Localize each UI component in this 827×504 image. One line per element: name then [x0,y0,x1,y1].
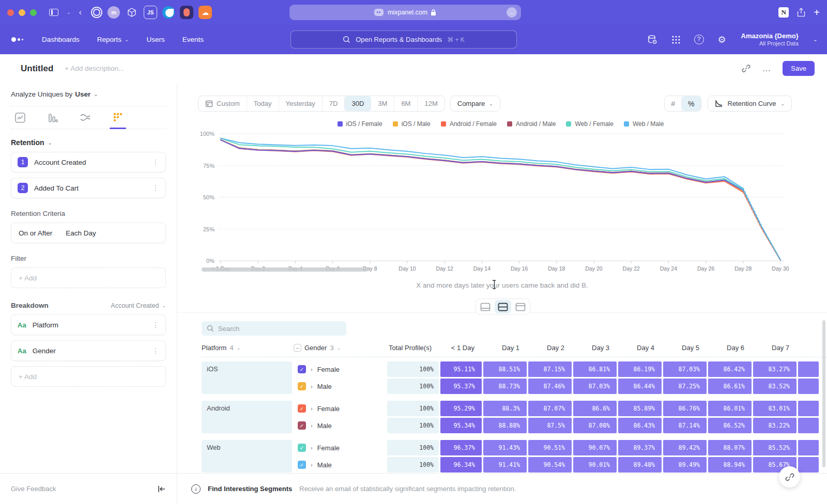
minimize-window-button[interactable] [19,9,25,16]
retention-line-chart[interactable]: 100%75%50%25%0%< 1 DayDay 2Day 4Day 6Day… [177,128,827,278]
retention-cell[interactable]: 88.94% [708,457,752,472]
retention-cell[interactable]: 95.37% [440,379,482,394]
platform-cell[interactable]: iOS [202,361,292,394]
legend-item[interactable]: Web / Female [566,120,613,128]
nav-item-dashboards[interactable]: Dashboards [42,36,80,43]
legend-item[interactable]: iOS / Male [393,120,431,128]
window-controls[interactable] [7,9,37,16]
copy-link-icon[interactable] [742,64,751,73]
column-header-day[interactable]: Day 2 [528,344,572,352]
nav-item-users[interactable]: Users [146,36,164,43]
extension-target-icon[interactable] [91,7,102,18]
platform-cell[interactable]: Web [202,440,292,472]
legend-item[interactable]: Android / Male [507,120,556,128]
column-header-day[interactable]: Day 3 [573,344,617,352]
help-icon[interactable]: ? [694,35,704,44]
browser-sidebar-icon[interactable] [49,9,58,16]
data-management-icon[interactable] [647,34,658,45]
retention-cell[interactable]: 86.76% [663,401,707,416]
breakdown-event-selector[interactable]: Account Created⌄ [111,302,166,309]
retention-cell[interactable]: 87.14% [663,418,707,433]
retention-section-header[interactable]: Retention⌄ [11,138,166,147]
gender-cell-female[interactable]: ✓›Female [294,401,386,416]
series-checkbox[interactable]: ✓ [298,365,306,373]
breakdown-item-gender[interactable]: Aa Gender ⋮ [11,340,166,361]
retention-cell[interactable]: 88.88% [483,418,527,433]
retention-cell[interactable]: 89.37% [618,440,662,455]
zoom-window-button[interactable] [30,9,37,16]
retention-cell[interactable]: 91.41% [483,457,527,472]
gender-cell-female[interactable]: ✓›Female [294,361,386,377]
compare-button[interactable]: Compare⌄ [450,96,500,112]
back-icon[interactable]: ‹ [79,7,82,18]
retention-cell[interactable]: 89.48% [618,457,662,472]
retention-cell[interactable]: 86.81% [573,361,617,377]
retention-cell[interactable]: 86.43% [618,418,662,433]
chevron-down-icon[interactable]: ⌄ [67,10,71,15]
page-actions-icon[interactable]: … [507,7,517,18]
expand-chevron-icon[interactable]: › [311,462,313,468]
column-header-gender[interactable]: − Gender3⌄ [294,344,386,352]
gender-cell-male[interactable]: ✓›Male [294,457,386,472]
gender-cell-male[interactable]: ✓›Male [294,379,386,394]
gender-cell-female[interactable]: ✓›Female [294,440,386,455]
nav-item-events[interactable]: Events [182,36,204,43]
retention-cell[interactable]: 87.07% [528,401,572,416]
column-header-day[interactable]: < 1 Day [440,344,482,352]
series-line-web-male[interactable] [221,138,743,188]
report-title[interactable]: Untitled [21,64,53,74]
range-custom[interactable]: Custom [198,96,247,111]
retention-cell[interactable]: 88.07% [708,440,752,455]
global-search-input[interactable]: Open Reports & Dashboards ⌘ + K [290,30,517,49]
series-checkbox[interactable]: ✓ [298,444,306,452]
apps-grid-icon[interactable] [670,34,682,45]
tab-funnels[interactable] [43,107,62,129]
retention-cell[interactable]: 83.52% [753,379,797,394]
retention-cell[interactable]: 86.01% [708,401,752,416]
retention-cell[interactable]: 87.08% [573,418,617,433]
column-header-day[interactable]: Day 1 [483,344,527,352]
address-bar[interactable]: •• mixpanel.com … [289,5,521,20]
extension-js-icon[interactable]: JS [144,6,157,19]
expand-chevron-icon[interactable]: › [311,445,313,451]
kebab-menu-icon[interactable]: ⋮ [152,158,159,166]
tab-flows[interactable] [76,107,95,129]
column-header-day[interactable]: Day 6 [708,344,752,352]
add-breakdown-button[interactable]: + Add [11,366,166,387]
account-switcher[interactable]: Amazonia {Demo} All Project Data [741,32,799,48]
criteria-on-or-after[interactable]: On or After [19,229,52,237]
column-header-day[interactable]: Day 4 [618,344,662,352]
retention-cell[interactable]: 83.27% [753,361,797,377]
series-checkbox[interactable]: ✓ [298,382,306,390]
retention-cell[interactable]: 87.25% [663,379,707,394]
add-filter-button[interactable]: + Add [11,267,166,288]
retention-cell[interactable]: 96.37% [440,440,482,455]
extension-globe-icon[interactable] [162,6,175,19]
column-header-total[interactable]: Total Profile(s) [387,344,439,352]
gender-cell-male[interactable]: ✓›Male [294,418,386,433]
kebab-menu-icon[interactable]: ⋮ [152,346,159,355]
expand-chevron-icon[interactable]: › [311,366,313,372]
vertical-scrollbar[interactable] [822,320,825,467]
retention-cell[interactable]: 87.03% [573,379,617,394]
legend-item[interactable]: iOS / Female [338,120,382,128]
analyze-value[interactable]: User [75,90,90,98]
kebab-menu-icon[interactable]: ⋮ [152,184,159,192]
settings-gear-icon[interactable]: ⚙ [716,34,728,45]
retention-cell[interactable]: 96.34% [440,457,482,472]
segments-cta-title[interactable]: Find Interesting Segments [208,485,292,493]
percent-toggle[interactable]: % [682,96,700,111]
extension-red-icon[interactable] [180,6,193,19]
retention-cell[interactable]: 95.29% [440,401,482,416]
retention-cell[interactable]: 86.44% [618,379,662,394]
share-icon[interactable] [797,8,805,17]
range-3m[interactable]: 3M [371,96,394,111]
retention-cell[interactable]: 88.3% [483,401,527,416]
retention-cell[interactable]: 90.54% [528,457,572,472]
horizontal-scrollbar[interactable] [202,267,368,272]
table-search-input[interactable]: Search [202,321,346,336]
retention-cell[interactable]: 90.07% [573,440,617,455]
event-step-added-to-cart[interactable]: 2 Added To Cart ⋮ [11,178,166,198]
retention-cell[interactable]: 91.43% [483,440,527,455]
series-checkbox[interactable]: ✓ [298,461,306,469]
